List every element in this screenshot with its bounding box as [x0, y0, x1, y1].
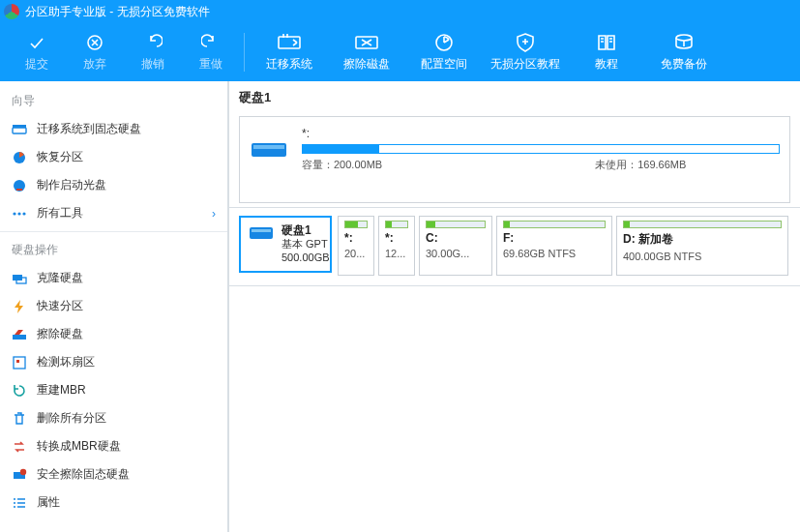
- sidebar-item-properties[interactable]: 属性: [0, 488, 227, 517]
- sidebar-item-label: 迁移系统到固态硬盘: [37, 121, 141, 137]
- partition-card[interactable]: F:69.68GB NTFS: [496, 216, 612, 276]
- partition-size: 12...: [385, 248, 408, 259]
- partition-card[interactable]: *:20...: [338, 216, 374, 276]
- pie-icon: [12, 150, 27, 165]
- trash-icon: [12, 411, 27, 427]
- svg-point-10: [17, 212, 20, 215]
- tutorial-button[interactable]: 教程: [568, 32, 645, 73]
- undo-button[interactable]: 撤销: [124, 32, 182, 73]
- partition-usage-bar: [385, 221, 408, 228]
- sidebar-item-label: 安全擦除固态硬盘: [37, 466, 130, 483]
- scan-icon: [12, 355, 27, 370]
- sidebar-item-all-tools[interactable]: 所有工具 ›: [0, 199, 227, 227]
- partition-usage-bar: [623, 221, 782, 228]
- disk-title: 硬盘1: [229, 81, 800, 112]
- overview-drive-letter: *:: [302, 127, 780, 140]
- svg-rect-21: [250, 227, 273, 239]
- redo-button[interactable]: 重做: [182, 32, 240, 73]
- sidebar-item-label: 属性: [37, 494, 60, 511]
- disk-small-icon: [249, 223, 274, 265]
- disk-icon: [250, 137, 288, 163]
- migrate-os-button[interactable]: 迁移系统: [251, 32, 328, 73]
- wizard-section-title: 向导: [0, 87, 227, 115]
- more-icon: [12, 206, 27, 222]
- overview-free: 未使用：169.66MB: [595, 158, 686, 172]
- sidebar-item-label: 删除所有分区: [37, 410, 106, 427]
- secure-erase-icon: [12, 467, 27, 483]
- sidebar-item-secure-erase-ssd[interactable]: 安全擦除固态硬盘: [0, 460, 227, 488]
- partition-card[interactable]: *:12...: [378, 216, 415, 276]
- partition-strip: 硬盘1 基本 GPT 500.00GB *:20...*:12...C:30.0…: [229, 207, 800, 286]
- partition-card[interactable]: C:30.00G...: [419, 216, 492, 276]
- discard-button[interactable]: 放弃: [66, 32, 124, 73]
- refresh-icon: [12, 383, 27, 399]
- free-backup-button[interactable]: 免费备份: [645, 32, 723, 73]
- sidebar: 向导 迁移系统到固态硬盘 恢复分区 制作启动光盘 所有工具 › 硬盘操作 克隆硬…: [0, 81, 228, 532]
- app-logo-icon: [4, 4, 19, 19]
- list-icon: [12, 495, 27, 511]
- wipe-disk-button[interactable]: 擦除磁盘: [328, 32, 405, 73]
- partition-usage-bar: [344, 221, 368, 228]
- sidebar-item-convert-mbr[interactable]: 转换成MBR硬盘: [0, 432, 227, 460]
- sidebar-item-label: 擦除硬盘: [37, 326, 83, 342]
- partition-name: F:: [503, 231, 606, 245]
- svg-rect-5: [13, 128, 26, 133]
- clone-icon: [12, 271, 27, 286]
- partition-name: *:: [344, 231, 368, 245]
- main-toolbar: 提交 放弃 撤销 重做 迁移系统 擦除磁盘 配置空间 无损分区教程 教: [0, 23, 800, 81]
- partition-size: 30.00G...: [426, 248, 486, 259]
- partition-name: D: 新加卷: [623, 231, 782, 248]
- sidebar-item-wipe-disk[interactable]: 擦除硬盘: [0, 320, 227, 348]
- sidebar-item-label: 恢复分区: [37, 149, 83, 165]
- diskops-section-title: 硬盘操作: [0, 236, 227, 264]
- sidebar-item-label: 重建MBR: [37, 382, 86, 399]
- app-title: 分区助手专业版 - 无损分区免费软件: [25, 4, 210, 20]
- partition-size: 20...: [344, 248, 368, 259]
- content-area: 硬盘1 *: 容量：200.00MB 未使用：169.66MB: [228, 81, 800, 532]
- svg-rect-20: [253, 145, 284, 149]
- sidebar-item-delete-all[interactable]: 删除所有分区: [0, 404, 227, 432]
- partition-card[interactable]: D: 新加卷400.00GB NTFS: [616, 216, 788, 276]
- partition-usage-bar: [503, 221, 606, 228]
- toolbar-separator: [244, 33, 245, 72]
- bolt-icon: [12, 299, 27, 314]
- overview-used: 容量：200.00MB: [302, 158, 382, 172]
- main-area: 向导 迁移系统到固态硬盘 恢复分区 制作启动光盘 所有工具 › 硬盘操作 克隆硬…: [0, 81, 800, 532]
- sidebar-item-label: 克隆硬盘: [37, 270, 83, 286]
- allocate-space-button[interactable]: 配置空间: [405, 32, 483, 73]
- disk-descriptor-card[interactable]: 硬盘1 基本 GPT 500.00GB: [239, 216, 332, 273]
- sidebar-item-recover-partition[interactable]: 恢复分区: [0, 143, 227, 171]
- sidebar-item-label: 转换成MBR硬盘: [37, 438, 121, 455]
- svg-rect-22: [252, 229, 271, 232]
- svg-point-9: [13, 212, 15, 215]
- lossless-tutorial-button[interactable]: 无损分区教程: [483, 32, 568, 73]
- sidebar-item-migrate-to-ssd[interactable]: 迁移系统到固态硬盘: [0, 115, 227, 143]
- eraser-icon: [12, 327, 27, 342]
- svg-point-11: [22, 212, 25, 215]
- partition-size: 69.68GB NTFS: [503, 248, 606, 259]
- convert-icon: [12, 439, 27, 455]
- overview-usage-bar: [302, 144, 780, 154]
- ssd-icon: [12, 122, 27, 137]
- chevron-right-icon: ›: [212, 207, 216, 221]
- commit-button[interactable]: 提交: [8, 32, 66, 73]
- svg-point-18: [20, 468, 26, 474]
- disk-overview-card[interactable]: *: 容量：200.00MB 未使用：169.66MB: [239, 116, 790, 203]
- sidebar-item-label: 检测坏扇区: [37, 354, 95, 370]
- titlebar: 分区助手专业版 - 无损分区免费软件: [0, 0, 800, 23]
- sidebar-item-make-boot-disc[interactable]: 制作启动光盘: [0, 171, 227, 199]
- sidebar-item-clone-disk[interactable]: 克隆硬盘: [0, 264, 227, 292]
- sidebar-item-label: 所有工具: [37, 205, 83, 222]
- svg-rect-6: [13, 125, 26, 128]
- sidebar-item-badsector-check[interactable]: 检测坏扇区: [0, 348, 227, 376]
- sidebar-item-label: 快速分区: [37, 298, 83, 314]
- disk-desc-title: 硬盘1: [281, 223, 330, 238]
- sidebar-item-rebuild-mbr[interactable]: 重建MBR: [0, 376, 227, 404]
- sidebar-item-quick-partition[interactable]: 快速分区: [0, 292, 227, 320]
- svg-point-4: [676, 35, 692, 41]
- sidebar-item-label: 制作启动光盘: [37, 177, 106, 193]
- svg-rect-14: [13, 335, 26, 340]
- svg-rect-16: [16, 360, 19, 363]
- partition-name: C:: [426, 231, 486, 245]
- disc-icon: [12, 178, 27, 193]
